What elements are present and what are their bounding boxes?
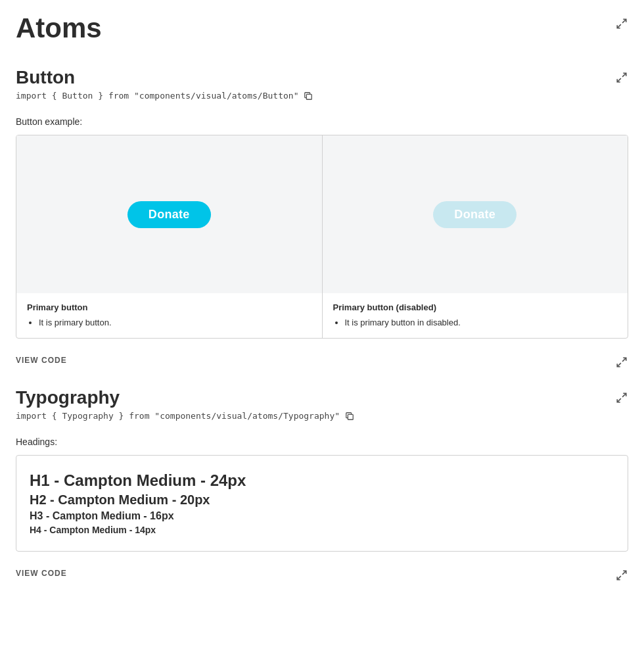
button-example-label: Button example:	[16, 116, 628, 127]
button-section: Button import { Button } from "component…	[16, 67, 628, 369]
h4-preview: H4 - Campton Medium - 14px	[30, 525, 614, 535]
button-view-code-expand-icon[interactable]	[615, 356, 628, 369]
typography-section-title: Typography	[16, 387, 120, 408]
disabled-button-desc-item: It is primary button in disabled.	[345, 318, 618, 327]
primary-donate-button[interactable]: Donate	[127, 201, 211, 228]
button-copy-icon[interactable]	[304, 91, 313, 101]
primary-button-desc-item: It is primary button.	[39, 318, 311, 327]
typography-section: Typography import { Typography } from "c…	[16, 387, 628, 582]
h2-preview: H2 - Campton Medium - 20px	[30, 492, 614, 508]
page-title: Atoms	[16, 13, 102, 43]
svg-rect-0	[307, 94, 312, 99]
typography-import-line: import { Typography } from "components/v…	[16, 411, 628, 421]
typography-section-expand-icon[interactable]	[615, 391, 628, 404]
typography-copy-icon[interactable]	[345, 412, 354, 421]
disabled-button-description: Primary button (disabled) It is primary …	[323, 293, 628, 338]
primary-button-preview-card: Donate	[16, 135, 323, 293]
typography-import-code: import { Typography } from "components/v…	[16, 411, 340, 421]
typography-preview-container: H1 - Campton Medium - 24px H2 - Campton …	[16, 455, 628, 552]
disabled-donate-button: Donate	[433, 201, 517, 228]
button-import-code: import { Button } from "components/visua…	[16, 91, 298, 101]
typography-view-code-label[interactable]: VIEW CODE	[16, 569, 67, 578]
h1-preview: H1 - Campton Medium - 24px	[30, 471, 614, 490]
page-expand-icon[interactable]	[615, 17, 628, 30]
svg-rect-1	[348, 414, 353, 419]
button-view-code-label[interactable]: VIEW CODE	[16, 356, 67, 365]
button-section-title: Button	[16, 67, 75, 88]
primary-button-card-title: Primary button	[27, 302, 311, 312]
button-preview-container: Donate Donate Primary button It is prima…	[16, 135, 628, 339]
typography-view-code-bar: VIEW CODE	[16, 557, 628, 582]
disabled-button-preview-card: Donate	[323, 135, 628, 293]
button-section-expand-icon[interactable]	[615, 71, 628, 84]
typography-view-code-expand-icon[interactable]	[615, 569, 628, 582]
button-import-line: import { Button } from "components/visua…	[16, 91, 628, 101]
primary-button-description: Primary button It is primary button.	[16, 293, 323, 338]
disabled-button-card-title: Primary button (disabled)	[333, 302, 618, 312]
headings-label: Headings:	[16, 437, 628, 447]
button-view-code-bar: VIEW CODE	[16, 344, 628, 369]
h3-preview: H3 - Campton Medium - 16px	[30, 510, 614, 522]
